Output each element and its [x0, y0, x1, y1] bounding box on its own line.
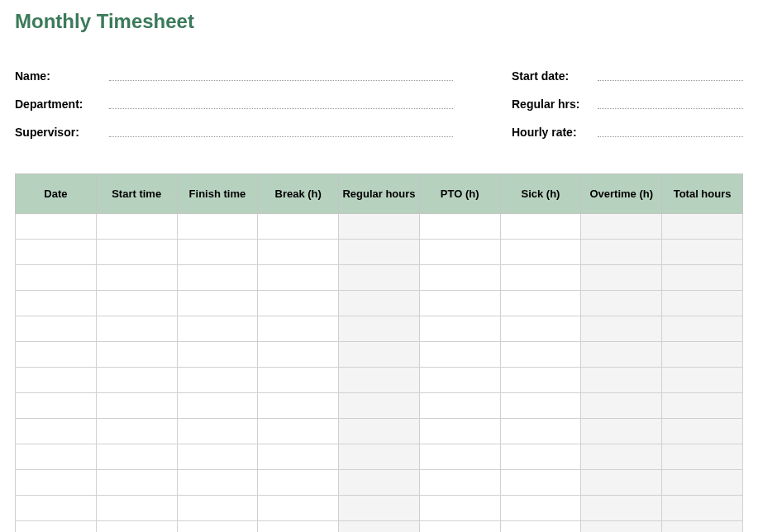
table-cell[interactable]: [16, 342, 97, 368]
table-cell[interactable]: [258, 444, 339, 470]
table-cell[interactable]: [258, 368, 339, 393]
table-cell[interactable]: [16, 419, 97, 444]
table-cell[interactable]: [500, 521, 581, 533]
table-cell[interactable]: [96, 419, 177, 444]
field-right-input-line[interactable]: [598, 80, 743, 81]
table-cell[interactable]: [500, 291, 581, 316]
table-cell[interactable]: [339, 342, 420, 368]
table-cell[interactable]: [662, 521, 743, 533]
table-cell[interactable]: [339, 240, 420, 265]
table-cell[interactable]: [177, 342, 258, 368]
table-cell[interactable]: [581, 419, 662, 444]
table-cell[interactable]: [96, 368, 177, 393]
table-cell[interactable]: [581, 316, 662, 342]
table-cell[interactable]: [339, 368, 420, 393]
table-cell[interactable]: [16, 291, 97, 316]
table-cell[interactable]: [258, 265, 339, 291]
table-cell[interactable]: [419, 496, 500, 521]
table-cell[interactable]: [581, 291, 662, 316]
table-cell[interactable]: [581, 521, 662, 533]
table-cell[interactable]: [419, 214, 500, 240]
table-cell[interactable]: [258, 496, 339, 521]
table-cell[interactable]: [662, 265, 743, 291]
table-cell[interactable]: [16, 521, 97, 533]
table-cell[interactable]: [16, 316, 97, 342]
table-cell[interactable]: [177, 265, 258, 291]
table-cell[interactable]: [16, 470, 97, 496]
table-cell[interactable]: [96, 496, 177, 521]
table-cell[interactable]: [16, 214, 97, 240]
table-cell[interactable]: [662, 240, 743, 265]
table-cell[interactable]: [500, 240, 581, 265]
table-cell[interactable]: [419, 265, 500, 291]
table-cell[interactable]: [581, 496, 662, 521]
table-cell[interactable]: [96, 316, 177, 342]
table-cell[interactable]: [662, 214, 743, 240]
table-cell[interactable]: [177, 368, 258, 393]
table-cell[interactable]: [258, 393, 339, 419]
table-cell[interactable]: [662, 496, 743, 521]
table-cell[interactable]: [581, 342, 662, 368]
table-cell[interactable]: [419, 240, 500, 265]
table-cell[interactable]: [662, 444, 743, 470]
table-cell[interactable]: [96, 214, 177, 240]
table-cell[interactable]: [581, 393, 662, 419]
table-cell[interactable]: [581, 444, 662, 470]
table-cell[interactable]: [96, 342, 177, 368]
table-cell[interactable]: [96, 393, 177, 419]
table-cell[interactable]: [339, 419, 420, 444]
table-cell[interactable]: [258, 240, 339, 265]
table-cell[interactable]: [177, 240, 258, 265]
table-cell[interactable]: [339, 496, 420, 521]
table-cell[interactable]: [96, 265, 177, 291]
table-cell[interactable]: [419, 521, 500, 533]
table-cell[interactable]: [96, 240, 177, 265]
table-cell[interactable]: [662, 470, 743, 496]
table-cell[interactable]: [177, 470, 258, 496]
table-cell[interactable]: [16, 393, 97, 419]
table-cell[interactable]: [177, 214, 258, 240]
table-cell[interactable]: [500, 393, 581, 419]
table-cell[interactable]: [581, 368, 662, 393]
table-cell[interactable]: [662, 342, 743, 368]
field-right-input-line[interactable]: [598, 136, 743, 137]
table-cell[interactable]: [419, 368, 500, 393]
table-cell[interactable]: [16, 444, 97, 470]
table-cell[interactable]: [339, 444, 420, 470]
table-cell[interactable]: [581, 214, 662, 240]
table-cell[interactable]: [500, 342, 581, 368]
field-left-input-line[interactable]: [109, 136, 453, 137]
table-cell[interactable]: [500, 470, 581, 496]
table-cell[interactable]: [662, 419, 743, 444]
table-cell[interactable]: [339, 265, 420, 291]
table-cell[interactable]: [419, 342, 500, 368]
field-left-input-line[interactable]: [109, 108, 453, 109]
table-cell[interactable]: [258, 419, 339, 444]
table-cell[interactable]: [339, 291, 420, 316]
table-cell[interactable]: [662, 291, 743, 316]
table-cell[interactable]: [177, 521, 258, 533]
table-cell[interactable]: [500, 316, 581, 342]
table-cell[interactable]: [258, 214, 339, 240]
field-right-input-line[interactable]: [598, 108, 743, 109]
table-cell[interactable]: [419, 291, 500, 316]
table-cell[interactable]: [16, 265, 97, 291]
table-cell[interactable]: [500, 496, 581, 521]
table-cell[interactable]: [581, 240, 662, 265]
table-cell[interactable]: [258, 521, 339, 533]
table-cell[interactable]: [339, 393, 420, 419]
table-cell[interactable]: [339, 470, 420, 496]
table-cell[interactable]: [177, 393, 258, 419]
table-cell[interactable]: [500, 368, 581, 393]
table-cell[interactable]: [419, 419, 500, 444]
table-cell[interactable]: [177, 496, 258, 521]
table-cell[interactable]: [500, 444, 581, 470]
table-cell[interactable]: [177, 291, 258, 316]
table-cell[interactable]: [419, 393, 500, 419]
table-cell[interactable]: [339, 316, 420, 342]
table-cell[interactable]: [419, 316, 500, 342]
table-cell[interactable]: [419, 444, 500, 470]
table-cell[interactable]: [96, 470, 177, 496]
table-cell[interactable]: [258, 342, 339, 368]
table-cell[interactable]: [258, 470, 339, 496]
